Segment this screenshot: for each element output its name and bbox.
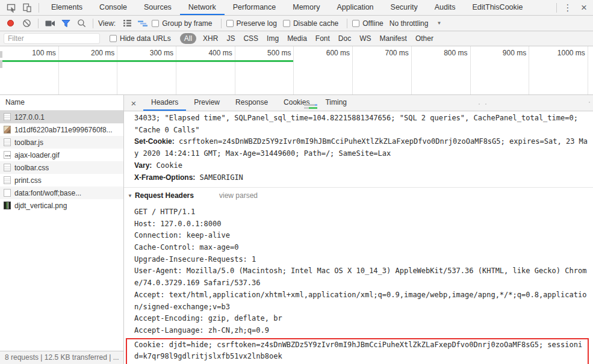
header-value: Cookie <box>157 161 182 170</box>
tab-application[interactable]: Application <box>328 0 382 15</box>
request-name: print.css <box>14 176 42 185</box>
tab-timing[interactable]: Timing <box>317 95 355 111</box>
table-row[interactable]: 127.0.0.1 <box>0 111 123 123</box>
raw-header-line: Host: 127.0.0.1:8000 <box>134 218 589 230</box>
status-bar: 8 requests | 12.5 KB transferred | ... <box>0 351 123 364</box>
timeline-tick: 700 ms <box>353 46 412 94</box>
offline-checkbox[interactable]: Offline <box>352 19 383 28</box>
divider <box>556 3 557 13</box>
throttling-dropdown[interactable]: No throttling ▼ <box>390 19 442 28</box>
hide-data-urls-label: Hide data URLs <box>120 34 171 43</box>
filter-pill-manifest[interactable]: Manifest <box>380 34 407 43</box>
document-icon <box>4 176 11 184</box>
filter-input[interactable] <box>4 33 100 44</box>
table-row[interactable]: djdt_vertical.png <box>0 199 123 212</box>
waterfall-mark <box>304 104 315 106</box>
filter-funnel-icon[interactable] <box>59 17 72 30</box>
requests-panel: Name 127.0.0.11d1df6220ab711e9996760f8..… <box>0 95 124 364</box>
waterfall-view-icon[interactable] <box>136 17 149 30</box>
timeline-tick: 100 ms <box>0 46 59 94</box>
filter-pill-all[interactable]: All <box>180 33 196 44</box>
header-name: X-Frame-Options: <box>134 173 195 182</box>
request-name: 127.0.0.1 <box>14 113 45 122</box>
highlighted-cookie-header: Cookie: djdt=hide; csrftoken=z4sDnWBZDz5… <box>126 338 589 364</box>
divider <box>221 19 222 28</box>
disable-cache-checkbox[interactable]: Disable cache <box>283 19 338 28</box>
tab-network[interactable]: Network <box>180 0 225 15</box>
table-row[interactable]: 1d1df6220ab711e9996760f8... <box>0 123 123 136</box>
tab-headers[interactable]: Headers <box>143 95 186 111</box>
filter-pill-css[interactable]: CSS <box>243 34 258 43</box>
timeline-ticks: 100 ms200 ms300 ms400 ms500 ms600 ms700 … <box>0 46 593 94</box>
close-devtools-icon[interactable]: × <box>575 2 593 14</box>
checkbox-icon <box>283 20 290 27</box>
close-details-icon[interactable]: × <box>124 95 143 111</box>
table-row[interactable]: toolbar.css <box>0 161 123 174</box>
checkbox-icon <box>352 20 359 27</box>
triangle-down-icon[interactable]: ▼ <box>128 190 132 202</box>
checkbox-icon <box>226 20 234 27</box>
hide-data-urls-checkbox[interactable]: Hide data URLs <box>110 34 171 43</box>
document-icon <box>4 138 11 146</box>
clear-icon[interactable] <box>20 17 33 30</box>
tab-memory[interactable]: Memory <box>284 0 328 15</box>
waterfall-mark <box>309 107 317 109</box>
blank-file-icon <box>4 189 11 197</box>
timeline-overview[interactable]: 100 ms200 ms300 ms400 ms500 ms600 ms700 … <box>0 46 593 95</box>
raw-header-line: Cache-Control: max-age=0 <box>134 242 589 254</box>
tab-console[interactable]: Console <box>91 0 135 15</box>
table-row[interactable]: data:font/woff;base... <box>0 187 123 199</box>
filter-pill-media[interactable]: Media <box>287 34 307 43</box>
tab-sources[interactable]: Sources <box>135 0 180 15</box>
waterfall-mark <box>304 107 309 109</box>
filter-pill-doc[interactable]: Doc <box>338 34 351 43</box>
table-row[interactable]: ajax-loader.gif <box>0 149 123 161</box>
waterfall-mark <box>485 103 486 105</box>
header-name: Vary: <box>134 161 152 170</box>
timeline-tick: 1000 ms <box>529 46 588 94</box>
filter-pill-ws[interactable]: WS <box>359 34 371 43</box>
tab-audits[interactable]: Audits <box>426 0 464 15</box>
details-tab-bar: × HeadersPreviewResponseCookiesTiming <box>124 95 593 111</box>
details-tabs: HeadersPreviewResponseCookiesTiming <box>143 95 355 111</box>
throttling-value: No throttling <box>390 19 429 28</box>
disable-cache-label: Disable cache <box>293 19 338 28</box>
kebab-menu-icon[interactable]: ⋮ <box>560 2 575 13</box>
network-toolbar: View: Group by frame Preserve log Disabl… <box>0 16 593 31</box>
devtools-tab-bar: ElementsConsoleSourcesNetworkPerformance… <box>0 0 593 16</box>
tab-security[interactable]: Security <box>382 0 426 15</box>
filter-pill-font[interactable]: Font <box>315 34 330 43</box>
view-parsed-link[interactable]: view parsed <box>219 190 258 202</box>
tab-performance[interactable]: Performance <box>225 0 285 15</box>
raw-header-line: User-Agent: Mozilla/5.0 (Macintosh; Inte… <box>134 265 589 289</box>
filter-pill-js[interactable]: JS <box>226 34 235 43</box>
header-line: Set-Cookie: csrftoken=z4sDnWBZDz5Y9zIvr0… <box>134 136 589 159</box>
checkbox-icon <box>110 35 117 42</box>
request-name: 1d1df6220ab711e9996760f8... <box>14 126 113 134</box>
tab-preview[interactable]: Preview <box>186 95 228 111</box>
tab-elements[interactable]: Elements <box>43 0 91 15</box>
header-line: 34033; "Elapsed time", SQLPanel_sql_time… <box>134 113 589 136</box>
list-view-icon[interactable] <box>120 17 134 30</box>
tab-response[interactable]: Response <box>228 95 276 111</box>
inspect-element-icon[interactable] <box>4 1 19 15</box>
tab-editthiscookie[interactable]: EditThisCookie <box>464 0 531 15</box>
table-row[interactable]: toolbar.js <box>0 136 123 149</box>
divider <box>93 19 93 28</box>
record-button[interactable] <box>7 20 14 26</box>
name-column-header[interactable]: Name <box>0 95 123 111</box>
preserve-log-checkbox[interactable]: Preserve log <box>226 19 277 28</box>
screenshot-camera-icon[interactable] <box>43 17 57 30</box>
request-headers-title[interactable]: Request Headers <box>135 190 194 202</box>
filter-pill-img[interactable]: Img <box>267 34 279 43</box>
filter-bar: Hide data URLs AllXHRJSCSSImgMediaFontDo… <box>0 31 593 46</box>
group-by-frame-checkbox[interactable]: Group by frame <box>152 19 212 28</box>
filter-pill-xhr[interactable]: XHR <box>203 34 218 43</box>
device-toolbar-icon[interactable] <box>19 1 35 15</box>
search-icon[interactable] <box>75 17 88 30</box>
filter-pill-other[interactable]: Other <box>415 34 433 43</box>
request-list: 127.0.0.11d1df6220ab711e9996760f8...tool… <box>0 111 123 212</box>
timeline-tick: 400 ms <box>176 46 235 94</box>
devtools-tabs: ElementsConsoleSourcesNetworkPerformance… <box>43 0 532 15</box>
table-row[interactable]: print.css <box>0 174 123 187</box>
